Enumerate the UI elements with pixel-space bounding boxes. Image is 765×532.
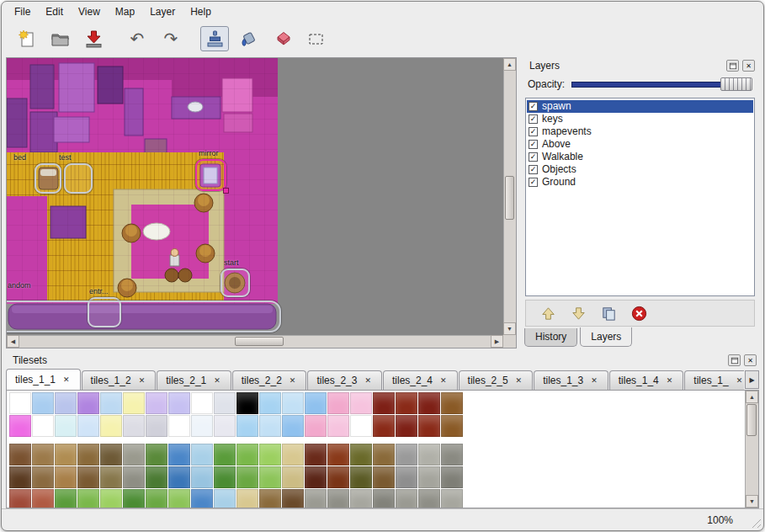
tile[interactable] <box>146 444 167 466</box>
tab-close-icon[interactable]: ✕ <box>514 375 524 386</box>
tile[interactable] <box>396 466 417 488</box>
tile[interactable] <box>350 392 372 414</box>
tile[interactable] <box>236 392 258 414</box>
layer-row-Above[interactable]: ✓Above <box>527 138 753 151</box>
close-tilesets-button[interactable]: ✕ <box>744 354 757 366</box>
tile[interactable] <box>123 392 145 414</box>
tileset-scrollbar-thumb[interactable] <box>746 404 757 436</box>
tile[interactable] <box>305 489 327 508</box>
tile[interactable] <box>168 444 190 466</box>
tile[interactable] <box>77 466 99 488</box>
tab-layers[interactable]: Layers <box>580 327 632 347</box>
tile[interactable] <box>146 392 167 414</box>
tile[interactable] <box>9 466 31 488</box>
layer-row-Walkable[interactable]: ✓Walkable <box>527 151 753 163</box>
close-panel-button[interactable]: ✕ <box>742 60 755 72</box>
tile[interactable] <box>327 415 349 437</box>
tile[interactable] <box>396 489 417 508</box>
tab-history[interactable]: History <box>524 328 577 347</box>
tile[interactable] <box>191 415 213 437</box>
tile[interactable] <box>373 444 395 466</box>
float-tilesets-button[interactable] <box>728 354 741 366</box>
tile[interactable] <box>441 415 463 437</box>
tileset-tab-tiles_1_[interactable]: tiles_1_✕ <box>684 370 744 390</box>
float-panel-button[interactable] <box>726 60 739 72</box>
map-object-andom[interactable] <box>7 301 281 332</box>
redo-button[interactable]: ↷ <box>157 26 185 51</box>
tile[interactable] <box>236 489 258 508</box>
new-map-button[interactable] <box>12 26 40 51</box>
scroll-right-button[interactable]: ▶ <box>491 335 503 348</box>
tileset-tab-tiles_2_4[interactable]: tiles_2_4✕ <box>383 370 458 390</box>
tile[interactable] <box>305 444 327 466</box>
delete-layer-button[interactable] <box>629 303 649 323</box>
tab-close-icon[interactable]: ✕ <box>735 375 744 386</box>
menu-layer[interactable]: Layer <box>142 3 183 20</box>
tile[interactable] <box>77 444 99 466</box>
scroll-down-button[interactable]: ▼ <box>746 495 758 508</box>
select-tool-button[interactable] <box>301 26 330 51</box>
tab-close-icon[interactable]: ✕ <box>61 375 72 385</box>
layer-visibility-checkbox[interactable]: ✓ <box>529 165 538 174</box>
tile[interactable] <box>305 415 327 437</box>
opacity-slider[interactable] <box>571 77 752 91</box>
menu-help[interactable]: Help <box>183 3 219 20</box>
tab-close-icon[interactable]: ✕ <box>137 375 147 386</box>
layer-visibility-checkbox[interactable]: ✓ <box>529 114 538 124</box>
layer-visibility-checkbox[interactable]: ✓ <box>529 178 538 187</box>
tileset-tab-tiles_2_2[interactable]: tiles_2_2✕ <box>232 370 307 390</box>
fill-tool-button[interactable] <box>234 26 263 51</box>
tile[interactable] <box>168 489 190 508</box>
tileset-tab-tiles_2_5[interactable]: tiles_2_5✕ <box>459 370 534 390</box>
tile[interactable] <box>9 415 31 437</box>
tile[interactable] <box>77 489 99 508</box>
lower-layer-button[interactable] <box>568 303 588 323</box>
tile[interactable] <box>327 466 349 488</box>
horizontal-scrollbar-thumb[interactable] <box>235 337 284 346</box>
tile[interactable] <box>236 466 258 488</box>
tile[interactable] <box>100 392 122 414</box>
tile[interactable] <box>146 489 167 508</box>
tile[interactable] <box>373 415 395 437</box>
tile[interactable] <box>168 415 190 437</box>
tile[interactable] <box>32 392 54 414</box>
tab-close-icon[interactable]: ✕ <box>665 375 675 386</box>
tile[interactable] <box>32 489 54 508</box>
layer-visibility-checkbox[interactable]: ✓ <box>529 102 538 111</box>
tile[interactable] <box>214 392 236 414</box>
tile[interactable] <box>32 444 54 466</box>
tile[interactable] <box>282 466 304 488</box>
resize-handle[interactable] <box>223 188 229 194</box>
tile[interactable] <box>214 489 236 508</box>
tab-close-icon[interactable]: ✕ <box>438 375 449 386</box>
map-object-mirror[interactable] <box>195 159 226 191</box>
tab-scroll-right-button[interactable]: ▶ <box>745 370 759 389</box>
tile[interactable] <box>191 466 213 488</box>
tile[interactable] <box>373 489 395 508</box>
save-map-button[interactable] <box>79 26 108 51</box>
map-canvas[interactable]: bedtestmirrorstartentr...andom <box>7 58 503 335</box>
tab-close-icon[interactable]: ✕ <box>212 375 222 386</box>
eraser-tool-button[interactable] <box>268 26 296 51</box>
map-view[interactable]: bedtestmirrorstartentr...andom ▲ ▼ ◀ ▶ <box>6 57 517 348</box>
tile[interactable] <box>305 466 327 488</box>
tile[interactable] <box>259 489 281 508</box>
tile[interactable] <box>146 415 167 437</box>
scroll-up-button[interactable]: ▲ <box>746 391 758 403</box>
layer-row-keys[interactable]: ✓keys <box>527 113 753 125</box>
tile[interactable] <box>168 392 190 414</box>
tile[interactable] <box>55 415 77 437</box>
tile[interactable] <box>441 444 463 466</box>
tile[interactable] <box>305 392 327 414</box>
tileset-tab-tiles_1_2[interactable]: tiles_1_2✕ <box>82 370 157 390</box>
tile[interactable] <box>77 415 99 437</box>
tile[interactable] <box>259 392 281 414</box>
raise-layer-button[interactable] <box>538 303 558 323</box>
tile[interactable] <box>259 466 281 488</box>
tile[interactable] <box>282 444 304 466</box>
tile[interactable] <box>55 392 77 414</box>
scroll-left-button[interactable]: ◀ <box>7 335 19 348</box>
tileset-tab-tiles_2_1[interactable]: tiles_2_1✕ <box>157 370 231 390</box>
map-object-start[interactable] <box>220 269 250 297</box>
scroll-down-button[interactable]: ▼ <box>503 322 516 335</box>
